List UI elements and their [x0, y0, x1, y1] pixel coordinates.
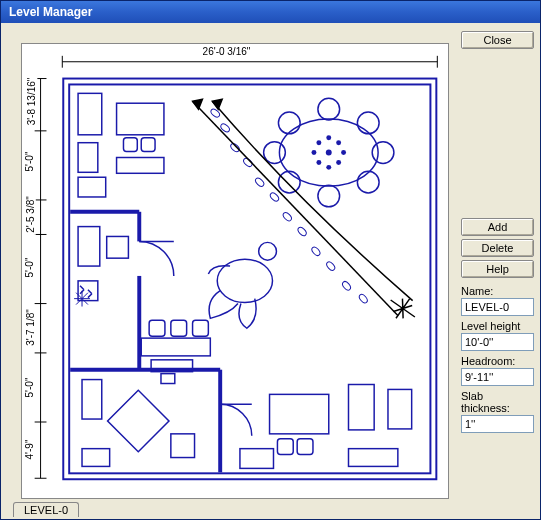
svg-rect-26	[117, 158, 164, 174]
level-height-field[interactable]	[461, 333, 534, 351]
level-tab[interactable]: LEVEL-0	[13, 502, 79, 517]
svg-point-44	[311, 150, 316, 155]
svg-rect-13	[66, 82, 433, 477]
svg-rect-24	[123, 138, 137, 152]
svg-rect-75	[297, 439, 313, 455]
svg-rect-72	[82, 449, 110, 467]
svg-point-57	[282, 211, 293, 222]
close-button[interactable]: Close	[461, 31, 534, 49]
svg-point-62	[358, 293, 369, 304]
svg-point-38	[326, 135, 331, 140]
svg-rect-65	[171, 320, 187, 336]
svg-rect-64	[149, 320, 165, 336]
svg-rect-12	[66, 82, 433, 477]
slab-field[interactable]	[461, 415, 534, 433]
dim-left-1: 3'-8 13/16"	[26, 76, 37, 128]
headroom-label: Headroom:	[461, 355, 534, 367]
svg-point-58	[297, 226, 308, 237]
svg-rect-68	[161, 374, 175, 384]
floorplan-svg	[22, 44, 448, 498]
svg-rect-76	[349, 385, 375, 430]
svg-point-41	[336, 160, 341, 165]
svg-point-30	[357, 112, 379, 134]
svg-rect-74	[277, 439, 293, 455]
svg-rect-22	[78, 143, 98, 173]
svg-rect-69	[82, 380, 102, 419]
dim-left-2: 5'-0"	[24, 150, 35, 174]
svg-rect-66	[193, 320, 209, 336]
svg-point-29	[318, 98, 340, 120]
svg-rect-21	[78, 93, 102, 134]
svg-point-39	[336, 140, 341, 145]
headroom-field[interactable]	[461, 368, 534, 386]
svg-rect-47	[107, 236, 129, 258]
svg-rect-77	[388, 389, 412, 428]
sidebar: Close Add Delete Help Name: Level height…	[455, 23, 540, 519]
svg-rect-23	[117, 103, 164, 135]
svg-point-33	[318, 185, 340, 207]
svg-rect-27	[78, 177, 106, 197]
svg-point-31	[372, 142, 394, 164]
svg-point-50	[259, 242, 277, 260]
spacer	[461, 52, 534, 218]
level-manager-window: Level Manager	[0, 0, 541, 520]
svg-point-43	[316, 160, 321, 165]
svg-point-42	[326, 165, 331, 170]
help-button[interactable]: Help	[461, 260, 534, 278]
svg-point-36	[278, 112, 300, 134]
window-title: Level Manager	[9, 5, 92, 19]
svg-rect-78	[240, 449, 274, 469]
canvas-area: 26'-0 3/16" 3'-8 13/16" 5'-0" 2'-5 3/8" …	[1, 23, 455, 519]
svg-point-55	[254, 177, 265, 188]
dim-left-5: 3'-7 1/8"	[25, 307, 36, 348]
svg-point-60	[325, 260, 336, 271]
svg-rect-25	[141, 138, 155, 152]
svg-point-45	[326, 150, 332, 156]
name-field[interactable]	[461, 298, 534, 316]
svg-point-37	[316, 140, 321, 145]
client-area: 26'-0 3/16" 3'-8 13/16" 5'-0" 2'-5 3/8" …	[1, 23, 540, 519]
slab-label: Slab thickness:	[461, 390, 534, 414]
svg-point-32	[357, 171, 379, 193]
svg-point-40	[341, 150, 346, 155]
svg-rect-63	[141, 338, 210, 356]
dim-left-3: 2'-5 3/8"	[25, 194, 36, 235]
svg-point-59	[310, 246, 321, 257]
dim-left-4: 5'-0"	[24, 256, 35, 280]
svg-point-61	[341, 280, 352, 291]
dim-left-7: 4'-9"	[24, 438, 35, 462]
dim-left-6: 5'-0"	[24, 376, 35, 400]
add-button[interactable]: Add	[461, 218, 534, 236]
svg-point-53	[229, 142, 240, 153]
titlebar: Level Manager	[1, 1, 540, 23]
svg-point-35	[264, 142, 286, 164]
dim-top: 26'-0 3/16"	[201, 46, 253, 57]
level-height-label: Level height	[461, 320, 534, 332]
svg-point-56	[269, 191, 280, 202]
delete-button[interactable]: Delete	[461, 239, 534, 257]
svg-rect-71	[171, 434, 195, 458]
svg-rect-73	[270, 394, 329, 433]
svg-rect-79	[349, 449, 398, 467]
svg-rect-46	[78, 227, 100, 266]
svg-rect-70	[108, 390, 169, 451]
name-label: Name:	[461, 285, 534, 297]
floorplan-canvas[interactable]: 26'-0 3/16" 3'-8 13/16" 5'-0" 2'-5 3/8" …	[21, 43, 449, 499]
svg-point-34	[278, 171, 300, 193]
level-tab-label: LEVEL-0	[24, 504, 68, 516]
